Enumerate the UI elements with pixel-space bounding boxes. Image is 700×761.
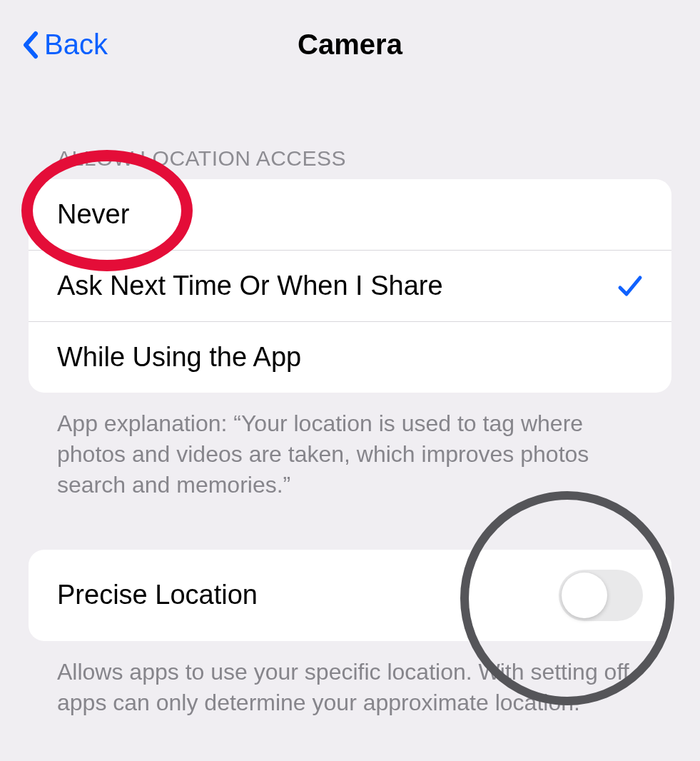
page-title: Camera [298, 29, 402, 61]
chevron-left-icon [21, 31, 39, 59]
nav-bar: Back Camera [0, 0, 700, 75]
precise-location-group: Precise Location [29, 550, 671, 641]
back-label: Back [44, 29, 108, 61]
option-label: Ask Next Time Or When I Share [57, 271, 443, 301]
back-button[interactable]: Back [21, 29, 108, 61]
precise-location-row: Precise Location [29, 550, 671, 641]
option-label: Never [57, 199, 129, 230]
section-header-location: ALLOW LOCATION ACCESS [0, 146, 700, 179]
precise-location-explanation: Allows apps to use your specific locatio… [0, 641, 700, 718]
location-explanation: App explanation: “Your location is used … [0, 393, 700, 501]
option-ask-next-time[interactable]: Ask Next Time Or When I Share [29, 250, 671, 321]
location-access-group: Never Ask Next Time Or When I Share Whil… [29, 179, 671, 393]
option-label: While Using the App [57, 342, 301, 373]
option-while-using[interactable]: While Using the App [29, 321, 671, 393]
option-never[interactable]: Never [29, 179, 671, 250]
switch-knob [562, 573, 607, 618]
precise-location-label: Precise Location [57, 580, 258, 610]
checkmark-icon [617, 273, 643, 299]
precise-location-toggle[interactable] [559, 570, 643, 621]
